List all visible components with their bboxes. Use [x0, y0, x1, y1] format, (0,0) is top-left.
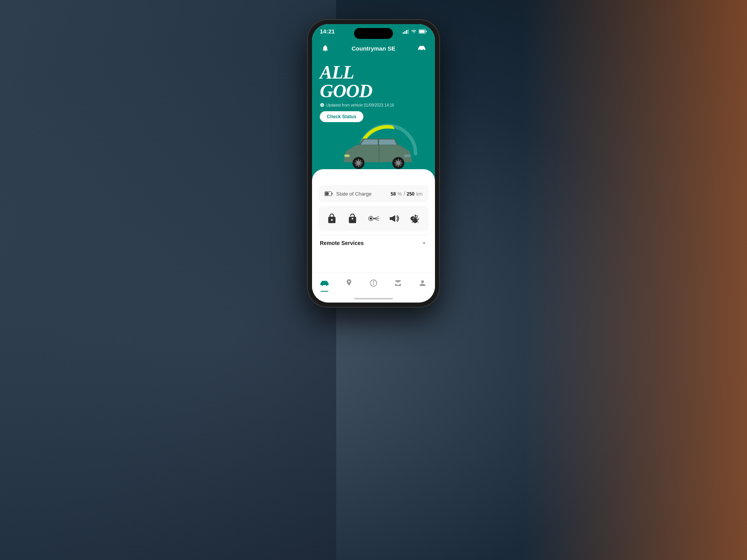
svg-rect-13 [344, 154, 349, 157]
wifi-icon [411, 29, 417, 34]
bell-icon[interactable] [320, 43, 331, 54]
horn-icon[interactable] [386, 210, 403, 227]
lights-icon[interactable] [365, 210, 382, 227]
svg-rect-2 [406, 30, 407, 34]
hero-wave [312, 169, 435, 181]
nav-vehicle[interactable] [316, 276, 333, 290]
status-update: Updated from vehicle 01/09/2023 14:16 [320, 103, 427, 107]
svg-rect-0 [403, 32, 404, 34]
charge-label: State of Charge [324, 191, 372, 197]
home-indicator [312, 296, 435, 303]
svg-rect-30 [331, 193, 332, 195]
remote-services-label: Remote Services [320, 240, 364, 246]
signal-icon [403, 29, 409, 34]
app-header: Countryman SE [312, 41, 435, 58]
svg-rect-6 [426, 31, 427, 32]
bg-left [0, 0, 336, 560]
car-image [335, 132, 421, 175]
status-time: 14:21 [320, 28, 335, 35]
phone-frame: 14:21 [307, 19, 440, 307]
phone-wrapper: 14:21 [307, 19, 440, 307]
svg-point-37 [321, 284, 323, 286]
svg-rect-1 [405, 31, 406, 34]
battery-charge-icon [324, 191, 333, 197]
svg-line-35 [374, 219, 379, 220]
nav-profile[interactable] [414, 276, 431, 290]
fan-icon[interactable] [407, 210, 424, 227]
svg-point-7 [419, 49, 421, 51]
status-icons [403, 29, 427, 34]
svg-rect-3 [408, 29, 409, 34]
svg-rect-12 [404, 154, 411, 157]
svg-point-8 [423, 49, 424, 51]
bottom-nav [312, 273, 435, 296]
header-title: Countryman SE [331, 45, 416, 52]
unlock-icon[interactable] [344, 210, 361, 227]
remote-services-row[interactable]: Remote Services [318, 235, 429, 251]
bg-right [523, 0, 747, 560]
battery-icon [419, 29, 427, 34]
charge-card: State of Charge 58 % / 250 km [318, 185, 429, 202]
nav-location[interactable] [340, 276, 358, 290]
nav-services[interactable] [365, 276, 382, 290]
headline: ALL GOOD [320, 63, 427, 100]
charge-value: 58 % / 250 km [391, 190, 423, 198]
remote-icons-row [318, 206, 429, 231]
hero-section: ALL GOOD Updated from vehicle 01/09/2023… [312, 58, 435, 180]
svg-rect-5 [419, 30, 425, 33]
lock-icon[interactable] [323, 210, 340, 227]
car-header-icon[interactable] [416, 43, 427, 54]
home-bar [354, 298, 393, 299]
svg-point-32 [370, 217, 372, 220]
phone-screen: 14:21 [312, 24, 435, 303]
svg-point-38 [326, 284, 327, 286]
nav-shop[interactable] [389, 276, 407, 290]
svg-line-33 [374, 217, 379, 219]
content-area: State of Charge 58 % / 250 km [312, 180, 435, 273]
chevron-down-icon [421, 240, 427, 246]
